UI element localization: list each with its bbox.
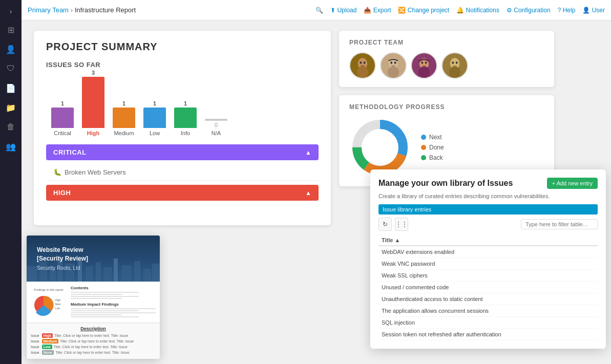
high-section[interactable]: HIGH ▲ — [46, 185, 319, 201]
user-button[interactable]: 👤 User — [582, 7, 605, 14]
sidebar: › ⊞ 👤 🛡 📄 📁 🗑 👥 — [0, 0, 22, 364]
svg-text:High: High — [55, 298, 61, 302]
svg-point-2 — [357, 67, 368, 78]
library-entry-4[interactable]: Unused / commented code — [378, 282, 598, 293]
delete-icon[interactable]: 🗑 — [3, 119, 19, 135]
library-entry-7[interactable]: SQL injection — [378, 317, 598, 329]
library-entry-2[interactable]: Weak VNC password — [378, 258, 598, 270]
toolbar-refresh-button[interactable]: ↻ — [378, 218, 392, 231]
legend-next-label: Next — [429, 134, 442, 141]
table-header: Title ▲ — [378, 235, 598, 246]
description-title: Description — [31, 326, 156, 331]
issues-section: ISSUES SO FAR 1 Critical 3 High — [46, 61, 319, 136]
legend-next-dot — [421, 135, 426, 140]
svg-point-12 — [418, 67, 430, 78]
issue-badge-medium: Medium — [42, 339, 58, 344]
toolbar-columns-button[interactable]: ⋮⋮ — [395, 218, 408, 231]
library-entry-3[interactable]: Weak SSL ciphers — [378, 270, 598, 282]
team-avatars — [349, 52, 544, 79]
issue-row-4: Issue None Title: Click or tap here to e… — [31, 350, 156, 355]
bar-low: 1 Low — [143, 100, 166, 136]
doc-title: Website Review[Security Review] — [37, 246, 150, 263]
legend-back-label: Back — [429, 154, 443, 161]
library-entry-5[interactable]: Unauthenticated access to static content — [378, 293, 598, 305]
breadcrumb-primary[interactable]: Primary Team — [28, 6, 69, 14]
avatar-1 — [349, 52, 376, 79]
avatar-4 — [441, 52, 468, 79]
svg-point-13 — [421, 61, 423, 64]
upload-button[interactable]: ⬆ Upload — [330, 7, 356, 14]
library-entry-1[interactable]: WebDAV extensions enabled — [378, 246, 598, 258]
modal-title: Manage your own library of Issues — [378, 179, 513, 188]
bug-icon: 🐛 — [53, 168, 61, 176]
legend-done-label: Done — [429, 144, 444, 151]
donut-container: Next Done Back — [349, 117, 544, 178]
modal-description: Create a library of curated entries desc… — [378, 193, 598, 199]
doc-contents: Contents Medium Impact Findings — [71, 286, 156, 318]
person-icon[interactable]: 👤 — [3, 41, 19, 57]
critical-item[interactable]: 🐛 Broken Web Servers — [46, 164, 319, 181]
issue-badge-low: Low — [42, 345, 52, 349]
doc-bottom: Description Issue High Title: Click or t… — [27, 323, 160, 359]
team-title: PROJECT TEAM — [349, 39, 544, 46]
doc-preview: Website Review[Security Review] Security… — [27, 235, 160, 359]
doc-subtitle: Security Roots, Ltd — [37, 265, 150, 271]
critical-section[interactable]: CRITICAL ▲ — [46, 144, 319, 160]
bar-medium: 1 Medium — [113, 100, 135, 136]
critical-item-text: Broken Web Servers — [65, 168, 126, 176]
library-entry-6[interactable]: The application allows concurrent sessio… — [378, 305, 598, 317]
bar-na: 0 N/A — [205, 112, 227, 136]
sidebar-toggle[interactable]: › — [4, 4, 18, 18]
legend-done-dot — [421, 145, 426, 150]
svg-point-7 — [388, 67, 399, 78]
collapse-icon[interactable]: ▲ — [305, 149, 311, 156]
svg-point-18 — [452, 61, 454, 64]
doc-body: Findings in this report High Med Low Con… — [27, 282, 160, 323]
breadcrumb: Primary Team › Infrastructure Report — [28, 6, 311, 14]
team-icon[interactable]: 👥 — [3, 138, 19, 155]
high-label: HIGH — [53, 189, 71, 197]
methodology-title: METHODOLOGY PROGRESS — [349, 103, 544, 111]
search-button[interactable]: 🔍 — [315, 7, 323, 14]
file-icon[interactable]: 📁 — [3, 99, 19, 116]
add-entry-button[interactable]: + Add new entry — [547, 178, 598, 189]
svg-text:Low: Low — [55, 307, 60, 310]
legend-done: Done — [421, 144, 444, 151]
critical-label: CRITICAL — [53, 148, 87, 156]
dashboard-icon[interactable]: ⊞ — [3, 22, 19, 38]
change-project-button[interactable]: 🔀 Change project — [398, 7, 449, 14]
bar-chart: 1 Critical 3 High 1 Medium — [46, 75, 319, 136]
document-icon[interactable]: 📄 — [3, 80, 19, 96]
donut-chart — [349, 117, 411, 178]
high-collapse-icon[interactable]: ▲ — [305, 189, 311, 197]
notifications-button[interactable]: 🔔 Notifications — [456, 7, 499, 14]
svg-text:Med: Med — [55, 303, 60, 306]
svg-point-14 — [425, 61, 427, 64]
donut-legend: Next Done Back — [421, 134, 444, 161]
dashboard-card: PROJECT SUMMARY ISSUES SO FAR 1 Critical… — [34, 31, 331, 225]
bar-high: 3 High — [82, 70, 104, 136]
security-icon[interactable]: 🛡 — [3, 60, 19, 77]
contents-title: Contents — [71, 286, 156, 290]
filter-input[interactable] — [521, 219, 598, 229]
library-entry-8[interactable]: Session token not refreshed after authen… — [378, 329, 598, 340]
svg-point-4 — [364, 61, 366, 64]
issue-row-1: Issue High Title: Click or tap here to e… — [31, 333, 156, 338]
breadcrumb-separator: › — [71, 7, 73, 14]
svg-text:Findings in this report: Findings in this report — [34, 288, 64, 291]
page-title: PROJECT SUMMARY — [46, 41, 319, 53]
main-area: Primary Team › Infrastructure Report 🔍 ⬆… — [22, 0, 611, 364]
legend-next: Next — [421, 134, 444, 141]
export-button[interactable]: 📤 Export — [364, 7, 391, 14]
configuration-button[interactable]: ⚙ Configuration — [507, 7, 551, 14]
svg-point-17 — [449, 67, 460, 78]
column-title-header: Title ▲ — [382, 237, 400, 243]
avatar-2 — [380, 52, 407, 79]
team-card: PROJECT TEAM — [339, 31, 554, 87]
svg-point-3 — [360, 61, 362, 64]
right-panels: PROJECT TEAM — [339, 31, 554, 186]
help-button[interactable]: ? Help — [558, 7, 576, 14]
impact-title: Medium Impact Findings — [71, 302, 156, 307]
legend-back-dot — [421, 155, 426, 160]
library-modal: Manage your own library of Issues + Add … — [370, 169, 606, 349]
